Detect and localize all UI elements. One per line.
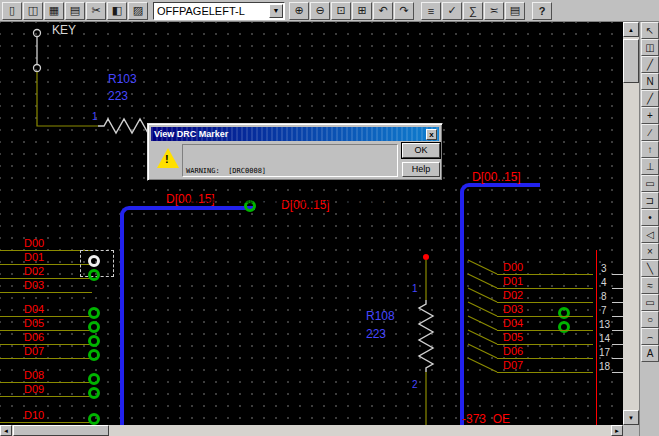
drc-marker[interactable]	[88, 387, 100, 399]
wire[interactable]	[497, 316, 593, 317]
save-icon[interactable]: ▦	[44, 2, 64, 20]
net-label[interactable]: D04	[503, 318, 523, 329]
redo-icon[interactable]: ↷	[394, 2, 414, 20]
wire[interactable]	[0, 330, 92, 331]
tool-place-polyline-button[interactable]: ≈	[641, 277, 659, 294]
net-label[interactable]: D00	[24, 238, 44, 249]
tool-place-ground-button[interactable]: ⊥	[641, 158, 659, 175]
wire[interactable]	[497, 302, 593, 303]
close-icon[interactable]: x	[426, 129, 437, 140]
drc-marker[interactable]	[88, 307, 100, 319]
wire[interactable]	[0, 264, 92, 265]
tool-place-junction-button[interactable]: +	[641, 107, 659, 124]
tool-place-offpage-connector-button[interactable]: ◁	[641, 226, 659, 243]
open-icon[interactable]: ◫	[23, 2, 43, 20]
drc-marker[interactable]	[88, 349, 100, 361]
wire[interactable]	[0, 422, 92, 423]
tool-place-pin-button[interactable]: •	[641, 209, 659, 226]
net-label[interactable]: D08	[24, 370, 44, 381]
copy-icon[interactable]: ◧	[107, 2, 127, 20]
data-bus-right[interactable]	[460, 183, 540, 425]
scroll-down-icon[interactable]: ▼	[623, 410, 639, 425]
drc-marker[interactable]	[88, 269, 100, 281]
drc-marker[interactable]	[88, 321, 100, 333]
wire[interactable]	[497, 330, 593, 331]
wire[interactable]	[497, 344, 593, 345]
net-label[interactable]: D02	[503, 290, 523, 301]
help-button[interactable]: Help	[402, 162, 440, 177]
net-label[interactable]: D02	[24, 266, 44, 277]
r103-value[interactable]: 223	[108, 90, 128, 102]
r108-reference[interactable]: R108	[366, 310, 395, 322]
combo-dropdown-icon[interactable]: ▼	[269, 4, 283, 18]
wire[interactable]	[0, 358, 92, 359]
drc-marker-selected[interactable]	[88, 255, 100, 267]
net-label[interactable]: D07	[503, 360, 523, 371]
wire[interactable]	[497, 274, 593, 275]
horizontal-scroll-thumb[interactable]	[13, 425, 109, 436]
tool-place-port-button[interactable]: ⊐	[641, 192, 659, 209]
horizontal-scrollbar[interactable]: ◄ ►	[0, 425, 623, 436]
zoom-out-icon[interactable]: ⊖	[310, 2, 330, 20]
drc-icon[interactable]: ✓	[442, 2, 462, 20]
wire[interactable]	[0, 396, 92, 397]
wire[interactable]	[0, 316, 92, 317]
help-icon[interactable]: ?	[532, 2, 552, 20]
wire[interactable]	[497, 372, 593, 373]
wire[interactable]	[0, 278, 92, 279]
part-combobox[interactable]: OFFPAGELEFT-L ▼	[153, 2, 285, 20]
drc-marker[interactable]	[88, 335, 100, 347]
drc-marker[interactable]	[558, 321, 570, 333]
scroll-right-icon[interactable]: ►	[611, 425, 623, 436]
tool-select-button[interactable]: ↖	[641, 22, 659, 39]
tool-place-ellipse-button[interactable]: ○	[641, 311, 659, 328]
r108-value[interactable]: 223	[366, 328, 386, 340]
tool-place-bus-button[interactable]: ╱	[641, 90, 659, 107]
net-label[interactable]: D03	[503, 304, 523, 315]
tool-place-bus-entry-button[interactable]: ∕	[641, 124, 659, 141]
part-label[interactable]: -373 OE	[462, 413, 510, 425]
net-label[interactable]: D05	[503, 332, 523, 343]
annotate-icon[interactable]: ≡	[421, 2, 441, 20]
wire[interactable]	[497, 288, 593, 289]
net-label[interactable]: D01	[503, 276, 523, 287]
dialog-titlebar[interactable]: View DRC Marker x	[151, 127, 439, 141]
net-label[interactable]: D10	[24, 410, 44, 421]
tool-place-line-button[interactable]: ╲	[641, 260, 659, 277]
tool-place-power-button[interactable]: ↑	[641, 141, 659, 158]
net-label[interactable]: D01	[24, 252, 44, 263]
vertical-scrollbar[interactable]: ▲ ▼	[623, 22, 639, 425]
bus-net-label[interactable]: D[00..15]	[472, 171, 521, 183]
paste-icon[interactable]: ▨	[128, 2, 148, 20]
tool-place-net-alias-button[interactable]: N	[641, 73, 659, 90]
scroll-up-icon[interactable]: ▲	[623, 22, 639, 37]
r103-reference[interactable]: R103	[108, 73, 137, 85]
tool-place-hierarchical-block-button[interactable]: ▭	[641, 175, 659, 192]
wire[interactable]	[0, 382, 92, 383]
zoom-in-icon[interactable]: ⊕	[289, 2, 309, 20]
cut-icon[interactable]: ✂	[86, 2, 106, 20]
wire[interactable]	[0, 344, 92, 345]
tool-place-text-button[interactable]: A	[641, 345, 659, 362]
net-label[interactable]: D03	[24, 280, 44, 291]
tool-place-arc-button[interactable]: ⌢	[641, 328, 659, 345]
netlist-icon[interactable]: ∑	[463, 2, 483, 20]
key-part-label[interactable]: KEY	[52, 24, 76, 36]
scroll-left-icon[interactable]: ◄	[0, 425, 12, 436]
net-label[interactable]: D09	[24, 384, 44, 395]
net-label[interactable]: D00	[503, 262, 523, 273]
print-icon[interactable]: ▤	[65, 2, 85, 20]
part-body-edge[interactable]	[596, 250, 597, 425]
tool-place-part-button[interactable]: ◫	[641, 39, 659, 56]
net-label[interactable]: D05	[24, 318, 44, 329]
net-label[interactable]: D06	[503, 346, 523, 357]
ok-button[interactable]: OK	[402, 143, 440, 158]
undo-icon[interactable]: ↶	[373, 2, 393, 20]
tool-place-no-connect-button[interactable]: ×	[641, 243, 659, 260]
unconnected-pin-dot[interactable]	[423, 254, 429, 260]
tool-place-rectangle-button[interactable]: ▭	[641, 294, 659, 311]
wire[interactable]	[0, 292, 92, 293]
bom-icon[interactable]: ▤	[505, 2, 525, 20]
drc-marker[interactable]	[88, 373, 100, 385]
zoom-area-icon[interactable]: ⊡	[331, 2, 351, 20]
